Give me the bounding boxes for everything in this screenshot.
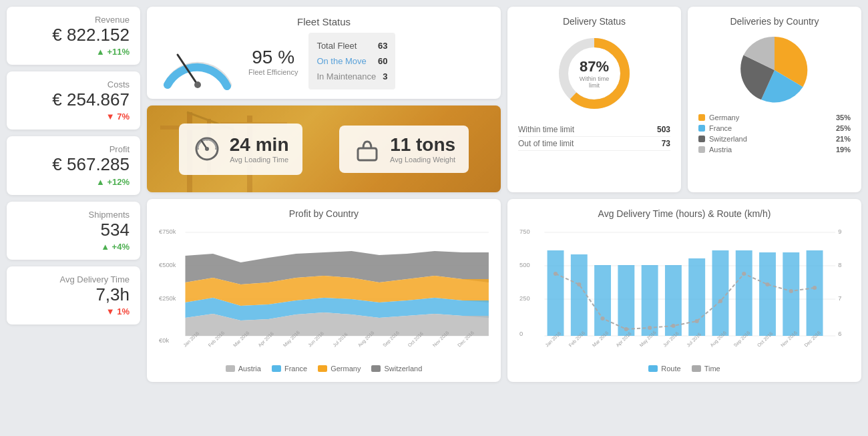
svg-text:6: 6 <box>838 331 841 337</box>
switzerland-dot <box>698 136 705 142</box>
delivery-status-title: Delivery Status <box>518 16 670 27</box>
fleet-efficiency-info: 95 % Fleet Efficiency <box>248 47 298 76</box>
avg-loading-weight-label: Avg Loading Weight <box>390 156 455 164</box>
weight-icon <box>353 134 382 165</box>
fleet-gauge <box>158 35 238 88</box>
svg-point-73 <box>671 324 675 328</box>
france-color <box>272 365 281 372</box>
svg-text:250: 250 <box>519 295 530 302</box>
fleet-maint-value: 3 <box>383 71 387 81</box>
on-time-label: Within time limit <box>518 125 574 134</box>
svg-rect-60 <box>642 265 658 336</box>
donut-chart-area: 87% Within time limit Within time limit … <box>518 33 670 151</box>
route-color <box>648 365 658 372</box>
switzerland-pct: 21% <box>836 135 851 143</box>
profit-chart-area: €750k €500k €250k €0k <box>158 226 490 359</box>
fleet-total-label: Total Fleet <box>316 41 357 51</box>
svg-text:0: 0 <box>519 331 523 337</box>
germany-dot <box>698 114 705 121</box>
svg-rect-66 <box>783 252 799 336</box>
delivery-rows: Within time limit 503 Out of time limit … <box>518 123 670 151</box>
france-dot <box>698 125 705 132</box>
svg-point-78 <box>789 289 793 293</box>
svg-text:€500k: €500k <box>159 262 176 268</box>
svg-point-74 <box>695 319 699 323</box>
germany-legend-label: Germany <box>331 365 361 373</box>
switzerland-label: Switzerland <box>709 135 747 143</box>
route-legend-label: Route <box>661 365 680 373</box>
svg-rect-67 <box>807 250 823 336</box>
switzerland-color <box>371 365 381 372</box>
avg-loading-time-label: Avg Loading Time <box>230 156 289 164</box>
svg-text:500: 500 <box>519 262 530 268</box>
deliveries-country-title: Deliveries by Country <box>698 16 851 27</box>
late-value: 73 <box>662 139 670 148</box>
germany-color <box>318 365 327 372</box>
kpi-shipments-label: Shipments <box>17 210 130 220</box>
fleet-stat-maintenance: In Maintenance 3 <box>316 69 387 84</box>
profit-chart-legend: Austria France Germany Switzerland <box>158 365 490 373</box>
austria-legend-label: Austria <box>238 365 261 373</box>
svg-text:750: 750 <box>519 228 530 235</box>
svg-text:8: 8 <box>838 262 841 268</box>
kpi-revenue: Revenue € 822.152 +11% <box>7 7 140 65</box>
fleet-title: Fleet Status <box>158 16 490 27</box>
svg-text:€250k: €250k <box>159 295 176 302</box>
time-color <box>692 365 701 372</box>
fleet-status-card: Fleet Status 95 % Fleet <box>147 7 501 99</box>
svg-point-79 <box>813 286 817 290</box>
avg-loading-weight-value: 11 tons <box>390 134 455 156</box>
austria-dot <box>698 146 705 153</box>
svg-rect-59 <box>618 265 634 336</box>
kpi-avg-delivery-value: 7,3h <box>17 284 130 305</box>
svg-point-71 <box>624 327 628 331</box>
kpi-revenue-value: € 822.152 <box>17 25 130 45</box>
fleet-efficiency-label: Fleet Efficiency <box>248 68 298 76</box>
fleet-efficiency-pct: 95 % <box>248 47 298 68</box>
delivery-time-chart-legend: Route Time <box>518 365 851 373</box>
delivery-time-chart-title: Avg Delivery Time (hours) & Route (km/h) <box>518 208 851 219</box>
delivery-row-on-time: Within time limit 503 <box>518 123 670 137</box>
fleet-move-value: 60 <box>378 56 387 66</box>
austria-pct: 19% <box>836 146 851 154</box>
delivery-time-chart-area: 750 500 250 0 9 8 7 6 <box>518 226 851 359</box>
kpi-costs: Costs € 254.867 7% <box>7 71 140 130</box>
france-pct: 25% <box>836 124 851 132</box>
svg-rect-58 <box>594 265 611 336</box>
right-top-area: Delivery Status 87% Within time limit <box>507 7 861 192</box>
kpi-avg-delivery-change: 1% <box>17 306 130 316</box>
legend-germany-profit: Germany <box>318 365 361 373</box>
pie-chart <box>738 33 811 107</box>
kpi-profit-value: € 567.285 <box>17 154 130 175</box>
kpi-shipments-value: 534 <box>17 220 130 240</box>
legend-france-profit: France <box>272 365 307 373</box>
svg-point-12 <box>205 147 209 151</box>
svg-point-76 <box>742 272 746 276</box>
donut-center: 87% Within time limit <box>574 58 614 89</box>
legend-germany: Germany 35% <box>698 112 851 123</box>
fleet-move-label: On the Move <box>316 56 366 66</box>
legend-france: France 25% <box>698 123 851 134</box>
svg-point-72 <box>648 326 652 330</box>
kpi-shipments-change: +4% <box>17 242 130 252</box>
late-label: Out of time limit <box>518 139 574 148</box>
legend-switzerland: Switzerland 21% <box>698 134 851 144</box>
on-time-value: 503 <box>657 125 670 134</box>
svg-text:€0k: €0k <box>159 337 169 344</box>
svg-point-75 <box>718 299 722 303</box>
kpi-revenue-change: +11% <box>17 47 130 57</box>
fleet-stat-move: On the Move 60 <box>316 53 387 69</box>
svg-point-1 <box>194 81 201 88</box>
legend-austria-profit: Austria <box>226 365 261 373</box>
france-label: France <box>709 124 732 132</box>
donut-pct: 87% <box>574 58 614 75</box>
svg-point-69 <box>577 282 581 286</box>
svg-rect-65 <box>759 252 776 336</box>
kpi-costs-change: 7% <box>17 112 130 122</box>
fleet-stat-total: Total Fleet 63 <box>316 38 387 53</box>
delivery-row-late: Out of time limit 73 <box>518 137 670 151</box>
legend-switzerland-profit: Switzerland <box>371 365 422 373</box>
svg-rect-57 <box>571 254 588 336</box>
loading-metrics-card: 24 min Avg Loading Time 11 tons Avg Load… <box>147 105 501 192</box>
legend-austria: Austria 19% <box>698 144 851 155</box>
